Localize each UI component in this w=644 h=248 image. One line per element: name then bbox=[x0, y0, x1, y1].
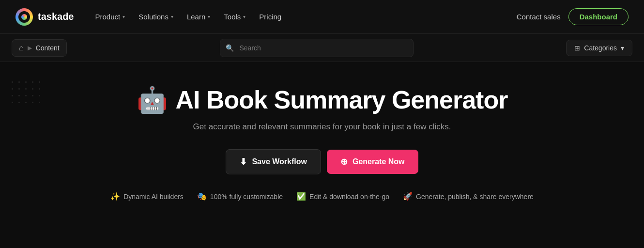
customizable-icon: 🎭 bbox=[197, 192, 207, 201]
nav-tools-label: Tools bbox=[224, 13, 241, 21]
logo-text: taskade bbox=[38, 11, 74, 22]
home-icon: ⌂ bbox=[19, 44, 24, 52]
feature-edit-download-label: Edit & download on-the-go bbox=[309, 193, 389, 201]
main-nav: taskade Product ▾ Solutions ▾ Learn ▾ To… bbox=[0, 0, 644, 34]
search-container: 🔍 bbox=[220, 39, 414, 57]
dashboard-button[interactable]: Dashboard bbox=[568, 8, 629, 25]
feature-generate-share: 🚀 Generate, publish, & share everywhere bbox=[403, 192, 534, 201]
sparkle-icon: ✨ bbox=[110, 192, 120, 201]
hero-subtitle: Get accurate and relevant summaries for … bbox=[193, 122, 451, 132]
grid-icon: ⊞ bbox=[574, 44, 580, 52]
chevron-down-icon: ▾ bbox=[171, 14, 173, 19]
cta-row: ⬇ Save Workflow ⊕ Generate Now bbox=[226, 149, 418, 174]
search-icon: 🔍 bbox=[226, 44, 234, 52]
logo[interactable]: taskade bbox=[15, 8, 74, 26]
nav-item-pricing[interactable]: Pricing bbox=[253, 9, 287, 25]
generate-label: Generate Now bbox=[353, 157, 405, 166]
rocket-icon: 🚀 bbox=[403, 192, 413, 201]
save-workflow-button[interactable]: ⬇ Save Workflow bbox=[226, 149, 321, 174]
hero-title: AI Book Summary Generator bbox=[176, 85, 508, 114]
secondary-nav: ⌂ ▶ Content 🔍 ⊞ Categories ▾ bbox=[0, 34, 644, 62]
robot-emoji: 🤖 bbox=[137, 87, 168, 112]
feature-edit-download: ✅ Edit & download on-the-go bbox=[296, 192, 389, 201]
feature-generate-share-label: Generate, publish, & share everywhere bbox=[416, 193, 534, 201]
feature-dynamic-ai-label: Dynamic AI builders bbox=[123, 193, 184, 201]
feature-customizable: 🎭 100% fully customizable bbox=[197, 192, 283, 201]
feature-dynamic-ai: ✨ Dynamic AI builders bbox=[110, 192, 184, 201]
breadcrumb-arrow: ▶ bbox=[28, 45, 32, 51]
chevron-down-icon: ▾ bbox=[243, 14, 245, 19]
hero-title-row: 🤖 AI Book Summary Generator bbox=[137, 85, 508, 114]
features-row: ✨ Dynamic AI builders 🎭 100% fully custo… bbox=[110, 192, 534, 201]
feature-customizable-label: 100% fully customizable bbox=[210, 193, 283, 201]
dot-grid-decoration bbox=[12, 81, 43, 106]
generate-now-button[interactable]: ⊕ Generate Now bbox=[327, 150, 418, 174]
main-content: 🤖 AI Book Summary Generator Get accurate… bbox=[0, 62, 644, 248]
categories-label: Categories bbox=[584, 44, 617, 52]
save-label: Save Workflow bbox=[252, 157, 307, 166]
generate-icon: ⊕ bbox=[340, 156, 348, 167]
chevron-down-icon: ▾ bbox=[208, 14, 210, 19]
breadcrumb-label: Content bbox=[36, 44, 60, 52]
nav-item-learn[interactable]: Learn ▾ bbox=[181, 9, 216, 25]
nav-right: Contact sales Dashboard bbox=[517, 8, 629, 25]
nav-pricing-label: Pricing bbox=[259, 13, 281, 21]
save-icon: ⬇ bbox=[240, 156, 247, 167]
nav-item-tools[interactable]: Tools ▾ bbox=[218, 9, 251, 25]
contact-sales-link[interactable]: Contact sales bbox=[517, 13, 561, 21]
categories-button[interactable]: ⊞ Categories ▾ bbox=[566, 40, 632, 56]
breadcrumb[interactable]: ⌂ ▶ Content bbox=[12, 39, 67, 57]
logo-icon-inner bbox=[18, 11, 30, 23]
chevron-down-icon: ▾ bbox=[621, 44, 624, 52]
nav-product-label: Product bbox=[95, 13, 121, 21]
nav-item-solutions[interactable]: Solutions ▾ bbox=[133, 9, 179, 25]
nav-left: taskade Product ▾ Solutions ▾ Learn ▾ To… bbox=[15, 8, 287, 26]
nav-items: Product ▾ Solutions ▾ Learn ▾ Tools ▾ Pr… bbox=[90, 9, 288, 25]
logo-icon bbox=[15, 8, 33, 26]
checkmark-icon: ✅ bbox=[296, 192, 306, 201]
nav-solutions-label: Solutions bbox=[138, 13, 169, 21]
chevron-down-icon: ▾ bbox=[123, 14, 125, 19]
nav-item-product[interactable]: Product ▾ bbox=[90, 9, 131, 25]
search-input[interactable] bbox=[220, 39, 414, 57]
nav-learn-label: Learn bbox=[187, 13, 205, 21]
